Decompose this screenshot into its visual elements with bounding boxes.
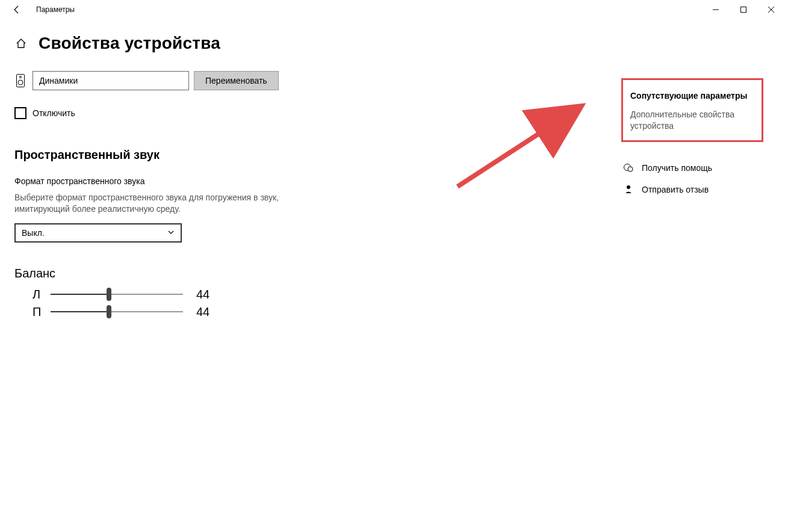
disable-label: Отключить bbox=[33, 108, 75, 118]
maximize-button[interactable] bbox=[730, 0, 757, 19]
device-name-input[interactable] bbox=[33, 71, 189, 90]
home-icon[interactable] bbox=[14, 37, 28, 50]
speaker-icon bbox=[14, 73, 26, 88]
related-sidebar: Сопутствующие параметры Дополнительные с… bbox=[621, 78, 763, 195]
feedback-icon bbox=[621, 184, 636, 195]
get-help-label: Получить помощь bbox=[642, 163, 712, 173]
send-feedback-link[interactable]: Отправить отзыв bbox=[621, 184, 763, 195]
window-controls bbox=[702, 0, 785, 19]
balance-right-value: 44 bbox=[196, 305, 209, 319]
balance-left-label: Л bbox=[33, 288, 47, 302]
chevron-down-icon bbox=[167, 228, 175, 238]
svg-point-3 bbox=[20, 76, 22, 78]
additional-device-properties-link[interactable]: Дополнительные свойства устройства bbox=[630, 109, 754, 132]
related-settings-box: Сопутствующие параметры Дополнительные с… bbox=[621, 78, 763, 142]
spatial-format-label: Формат пространственного звука bbox=[14, 176, 448, 186]
spatial-description: Выберите формат пространственного звука … bbox=[14, 192, 291, 215]
dropdown-value: Выкл. bbox=[22, 228, 45, 238]
titlebar: Параметры bbox=[0, 0, 785, 19]
svg-rect-1 bbox=[741, 7, 746, 13]
svg-point-7 bbox=[627, 185, 630, 189]
rename-button[interactable]: Переименовать bbox=[194, 71, 279, 90]
svg-point-6 bbox=[628, 167, 633, 172]
close-button[interactable] bbox=[757, 0, 785, 19]
balance-left-value: 44 bbox=[196, 288, 209, 302]
disable-checkbox[interactable] bbox=[14, 107, 26, 119]
balance-right-label: П bbox=[33, 305, 47, 319]
balance-title: Баланс bbox=[14, 267, 448, 280]
send-feedback-label: Отправить отзыв bbox=[642, 185, 709, 194]
help-icon bbox=[621, 162, 636, 173]
balance-left-slider[interactable] bbox=[51, 292, 183, 296]
balance-right-slider[interactable] bbox=[51, 310, 183, 314]
back-button[interactable] bbox=[7, 0, 26, 19]
app-title: Параметры bbox=[36, 5, 75, 14]
minimize-button[interactable] bbox=[702, 0, 730, 19]
spatial-sound-title: Пространственный звук bbox=[14, 148, 448, 162]
page-title: Свойства устройства bbox=[39, 34, 220, 53]
related-settings-title: Сопутствующие параметры bbox=[630, 91, 754, 101]
svg-point-4 bbox=[18, 80, 23, 85]
spatial-format-dropdown[interactable]: Выкл. bbox=[14, 223, 182, 243]
get-help-link[interactable]: Получить помощь bbox=[621, 162, 763, 173]
